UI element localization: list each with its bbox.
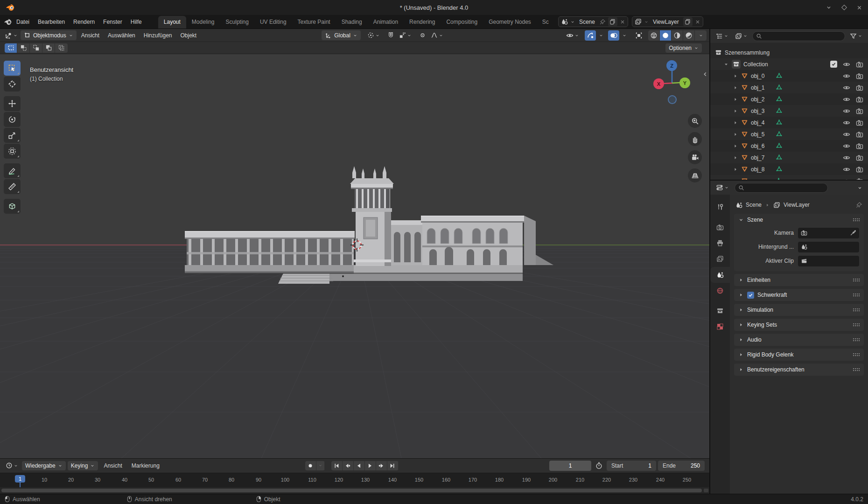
- show-overlays-toggle[interactable]: [608, 30, 619, 41]
- window-maximize-icon[interactable]: [841, 5, 847, 10]
- outliner-row-object[interactable]: obj_6: [710, 140, 868, 152]
- tab-tool[interactable]: [710, 199, 730, 215]
- disclosure-closed-icon[interactable]: [733, 97, 738, 102]
- jump-to-end-button[interactable]: [387, 461, 399, 470]
- breadcrumb-viewlayer[interactable]: ViewLayer: [784, 202, 810, 208]
- disclosure-closed-icon[interactable]: [733, 167, 738, 172]
- render-visibility-camera-icon[interactable]: [856, 84, 863, 91]
- sidebar-collapse-arrow[interactable]: [702, 71, 708, 77]
- gravity-checkbox[interactable]: [747, 292, 754, 299]
- render-visibility-camera-icon[interactable]: [856, 166, 863, 173]
- hide-eye-icon[interactable]: [843, 84, 850, 91]
- render-visibility-camera-icon[interactable]: [856, 96, 863, 103]
- panel-grip[interactable]: [853, 353, 860, 357]
- hide-eye-icon[interactable]: [843, 131, 850, 138]
- menu-tl-ansicht[interactable]: Ansicht: [100, 461, 126, 471]
- camera-view-button[interactable]: [688, 150, 702, 164]
- tool-scale[interactable]: [4, 128, 21, 143]
- panel-rigid-body[interactable]: Rigid Body Gelenk: [734, 349, 864, 361]
- active-clip-field[interactable]: [798, 256, 859, 266]
- hide-eye-icon[interactable]: [843, 119, 850, 126]
- outliner-search-input[interactable]: [764, 33, 841, 39]
- gizmo-dropdown[interactable]: [597, 32, 605, 39]
- outliner-row-object[interactable]: obj_0: [710, 70, 868, 82]
- menu-markierung[interactable]: Markierung: [128, 461, 163, 471]
- panel-keying-sets[interactable]: Keying Sets: [734, 319, 864, 331]
- outliner-row-scene-collection[interactable]: Szenensammlung: [710, 47, 868, 58]
- select-invert-button[interactable]: [42, 43, 55, 53]
- disclosure-closed-icon[interactable]: [733, 132, 738, 137]
- building-model[interactable]: [185, 166, 553, 284]
- menu-hinzufuegen[interactable]: Hinzufügen: [140, 30, 176, 41]
- tab-viewlayer[interactable]: [710, 251, 730, 267]
- scene-new-button[interactable]: [608, 17, 617, 26]
- timeline-scrollbar[interactable]: [1, 489, 702, 492]
- select-extend-button[interactable]: [17, 43, 30, 53]
- disclosure-closed-icon[interactable]: [733, 143, 738, 149]
- timeline-ruler[interactable]: 1 10 20 30 40 50 60 70 80 90 100 110 120…: [0, 473, 709, 488]
- show-gizmo-toggle[interactable]: [585, 30, 596, 41]
- workspace-tab-texture-paint[interactable]: Texture Paint: [292, 16, 336, 28]
- viewlayer-new-button[interactable]: [683, 17, 693, 26]
- render-visibility-camera-icon[interactable]: [856, 131, 863, 138]
- menu-wiedergabe[interactable]: Wiedergabe: [22, 461, 66, 470]
- render-visibility-camera-icon[interactable]: [856, 177, 863, 180]
- panel-simulation[interactable]: Simulation: [734, 304, 864, 316]
- render-visibility-camera-icon[interactable]: [856, 119, 863, 126]
- panel-grip[interactable]: [853, 323, 860, 327]
- tab-scene[interactable]: [710, 267, 730, 283]
- disclosure-closed-icon[interactable]: [733, 108, 738, 114]
- shading-wireframe-button[interactable]: [648, 30, 660, 41]
- outliner-row-object[interactable]: obj_7: [710, 152, 868, 163]
- end-frame-field[interactable]: Ende 250: [658, 461, 705, 471]
- panel-audio[interactable]: Audio: [734, 334, 864, 346]
- tool-cursor[interactable]: [4, 77, 21, 91]
- eyedropper-icon[interactable]: [850, 230, 856, 236]
- scene-unlink-icon[interactable]: [620, 19, 625, 25]
- gizmo-y-axis[interactable]: Y: [679, 77, 690, 88]
- proportional-editing-toggle[interactable]: [417, 30, 428, 40]
- outliner-row-object-clipped[interactable]: [710, 175, 868, 180]
- next-keyframe-button[interactable]: [376, 461, 387, 470]
- play-reverse-button[interactable]: [354, 461, 365, 470]
- shading-solid-button[interactable]: [660, 30, 672, 41]
- hide-eye-icon[interactable]: [843, 72, 850, 80]
- pin-icon[interactable]: [599, 19, 606, 25]
- select-intersect-button[interactable]: [55, 43, 68, 53]
- render-visibility-camera-icon[interactable]: [856, 61, 863, 68]
- menu-fenster[interactable]: Fenster: [99, 17, 126, 27]
- timeline-scrollbar-stub[interactable]: [704, 489, 708, 492]
- workspace-tab-animation[interactable]: Animation: [368, 16, 404, 28]
- hide-eye-icon[interactable]: [843, 61, 850, 68]
- tool-move[interactable]: [4, 96, 21, 111]
- prev-keyframe-button[interactable]: [343, 461, 354, 470]
- auto-keying-button[interactable]: [305, 461, 316, 470]
- keying-dropdown[interactable]: [316, 461, 325, 470]
- jump-to-start-button[interactable]: [331, 461, 343, 470]
- workspace-tab-rendering[interactable]: Rendering: [404, 16, 441, 28]
- render-visibility-camera-icon[interactable]: [856, 142, 863, 150]
- menu-ansicht[interactable]: Ansicht: [77, 30, 103, 41]
- panel-benutzereigenschaften[interactable]: Benutzereigenschaften: [734, 364, 864, 376]
- workspace-tab-compositing[interactable]: Compositing: [441, 16, 483, 28]
- gizmo-minus-z-axis[interactable]: [668, 95, 677, 104]
- outliner-row-collection[interactable]: Collection: [710, 58, 868, 70]
- play-button[interactable]: [365, 461, 376, 470]
- tool-measure[interactable]: [4, 179, 21, 194]
- stopwatch-icon[interactable]: [595, 462, 603, 469]
- render-visibility-camera-icon[interactable]: [856, 107, 863, 115]
- panel-schwerkraft[interactable]: Schwerkraft: [734, 289, 864, 301]
- tool-add-cube[interactable]: [4, 199, 21, 214]
- menu-datei[interactable]: Datei: [12, 17, 34, 27]
- properties-search-input[interactable]: [747, 184, 824, 191]
- window-minimize-icon[interactable]: [826, 4, 832, 11]
- window-close-icon[interactable]: [856, 5, 862, 11]
- panel-einheiten[interactable]: Einheiten: [734, 274, 864, 286]
- timeline-editor-type-selector[interactable]: [4, 461, 20, 470]
- disclosure-closed-icon[interactable]: [733, 85, 738, 91]
- outliner-display-mode-selector[interactable]: [714, 31, 730, 41]
- panel-grip[interactable]: [853, 308, 860, 312]
- transform-orientation-selector[interactable]: Global: [322, 30, 361, 40]
- mode-selector[interactable]: Objektmodus: [21, 30, 77, 40]
- disclosure-closed-icon[interactable]: [733, 155, 738, 161]
